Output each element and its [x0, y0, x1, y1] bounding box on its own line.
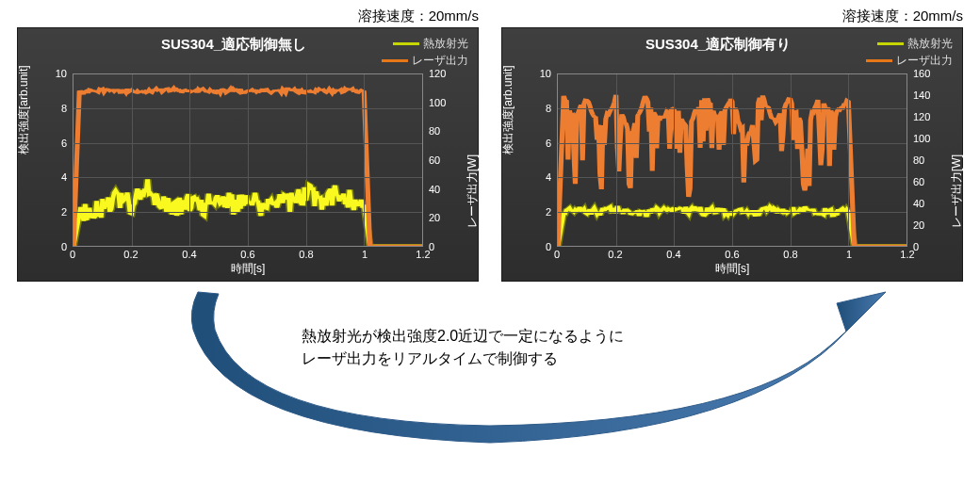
- right-yaxis-left: 0246810: [525, 73, 555, 247]
- speed-label-right: 溶接速度：20mm/s: [501, 8, 963, 25]
- right-xlabel: 時間[s]: [715, 261, 750, 277]
- left-ylabel: 検出強度[arb.unit]: [16, 65, 32, 154]
- legend-laser-swatch: [866, 59, 892, 62]
- left-ylabel-right: レーザ出力[W]: [465, 154, 481, 228]
- left-xlabel: 時間[s]: [231, 261, 266, 277]
- speed-label-left: 溶接速度：20mm/s: [17, 8, 479, 25]
- caption-line2: レーザ出力をリアルタイムで制御する: [302, 348, 624, 370]
- legend-laser-label: レーザ出力: [412, 53, 468, 69]
- caption-line1: 熱放射光が検出強度2.0近辺で一定になるように: [302, 325, 624, 348]
- legend-laser-label: レーザ出力: [896, 53, 953, 69]
- legend: 熱放射光 レーザ出力: [382, 36, 468, 70]
- legend-laser-swatch: [382, 59, 408, 62]
- right-yaxis-right: 020406080100120140160: [909, 73, 939, 247]
- left-xaxis: 時間[s] 00.20.40.60.811.2: [73, 249, 423, 275]
- caption: 熱放射光が検出強度2.0近辺で一定になるように レーザ出力をリアルタイムで制御す…: [302, 325, 624, 370]
- legend-thermal-swatch: [393, 42, 419, 45]
- right-plot-area: [557, 73, 907, 247]
- curved-arrow: [66, 273, 914, 471]
- right-xaxis: 時間[s] 00.20.40.60.811.2: [557, 249, 907, 275]
- right-ylabel-right: レーザ出力[W]: [949, 154, 965, 228]
- legend-thermal-swatch: [877, 42, 904, 45]
- right-chart-col: 溶接速度：20mm/s SUS304_適応制御有り 熱放射光 レーザ出力 検出強…: [501, 8, 963, 282]
- right-chart-panel: SUS304_適応制御有り 熱放射光 レーザ出力 検出強度[arb.unit] …: [501, 27, 963, 282]
- legend-thermal-label: 熱放射光: [907, 36, 953, 52]
- left-plot-area: [73, 73, 423, 247]
- legend: 熱放射光 レーザ出力: [866, 36, 953, 70]
- legend-thermal-label: 熱放射光: [423, 36, 468, 52]
- left-chart-panel: SUS304_適応制御無し 熱放射光 レーザ出力 検出強度[arb.unit] …: [17, 27, 479, 282]
- left-yaxis-left: 0246810: [41, 73, 71, 247]
- left-chart-col: 溶接速度：20mm/s SUS304_適応制御無し 熱放射光 レーザ出力 検出強…: [17, 8, 479, 282]
- charts-row: 溶接速度：20mm/s SUS304_適応制御無し 熱放射光 レーザ出力 検出強…: [0, 0, 980, 282]
- left-yaxis-right: 020406080100120: [425, 73, 455, 247]
- right-ylabel: 検出強度[arb.unit]: [500, 65, 516, 154]
